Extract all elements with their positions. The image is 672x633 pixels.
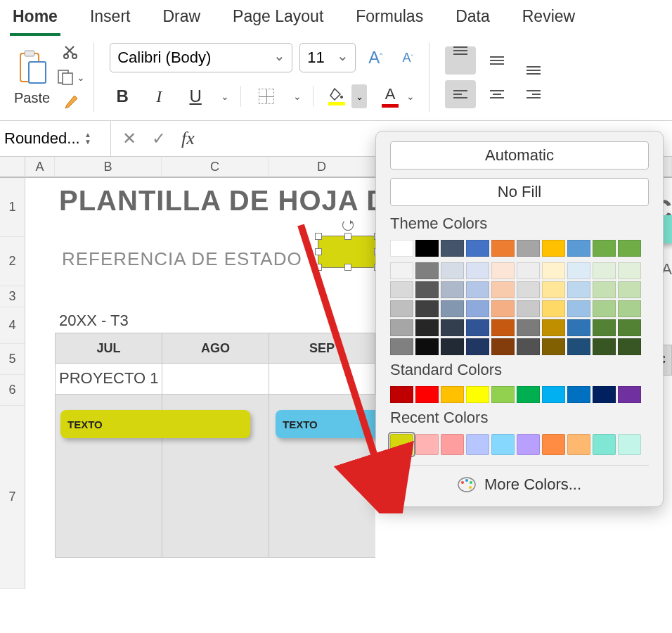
chevron-down-icon[interactable]: ⌄: [293, 91, 302, 102]
color-swatch[interactable]: [567, 386, 590, 403]
row-header[interactable]: 4: [0, 307, 25, 344]
color-swatch[interactable]: [466, 319, 489, 336]
color-swatch[interactable]: [542, 300, 565, 317]
color-swatch[interactable]: [517, 386, 540, 403]
color-swatch[interactable]: [466, 262, 489, 279]
color-swatch[interactable]: [491, 386, 515, 403]
copy-button[interactable]: ⌄: [57, 68, 85, 87]
color-swatch[interactable]: [390, 262, 413, 279]
color-swatch[interactable]: [415, 434, 439, 455]
name-box[interactable]: ▲▼: [0, 121, 111, 156]
color-swatch[interactable]: [618, 338, 641, 355]
resize-handle[interactable]: [315, 233, 322, 240]
tab-home[interactable]: Home: [10, 3, 60, 36]
color-swatch[interactable]: [390, 240, 413, 257]
font-color-button[interactable]: A: [378, 84, 402, 108]
color-swatch[interactable]: [441, 300, 464, 317]
automatic-color-button[interactable]: Automatic: [390, 141, 649, 170]
chevron-down-icon[interactable]: ⌄: [406, 91, 415, 102]
color-swatch[interactable]: [491, 240, 515, 257]
tab-review[interactable]: Review: [519, 3, 578, 36]
color-swatch[interactable]: [390, 338, 413, 355]
gantt-bar-1[interactable]: TEXTO: [60, 410, 250, 438]
color-swatch[interactable]: [542, 262, 565, 279]
name-box-input[interactable]: [4, 129, 82, 148]
color-swatch[interactable]: [593, 386, 616, 403]
paste-button[interactable]: Paste: [14, 49, 50, 106]
color-swatch[interactable]: [390, 300, 413, 317]
fill-color-dropdown[interactable]: ⌄: [351, 84, 367, 108]
cut-button[interactable]: [57, 43, 85, 61]
color-swatch[interactable]: [441, 319, 464, 336]
column-header[interactable]: C: [162, 157, 269, 177]
resize-handle[interactable]: [315, 264, 322, 271]
color-swatch[interactable]: [491, 262, 515, 279]
namebox-down[interactable]: ▼: [84, 139, 91, 146]
color-swatch[interactable]: [441, 262, 464, 279]
tab-page-layout[interactable]: Page Layout: [230, 3, 326, 36]
row-header[interactable]: 5: [0, 344, 25, 375]
column-header[interactable]: D: [269, 157, 375, 177]
color-swatch[interactable]: [618, 386, 641, 403]
color-swatch[interactable]: [567, 300, 590, 317]
color-swatch[interactable]: [441, 338, 464, 355]
color-swatch[interactable]: [567, 262, 590, 279]
color-swatch[interactable]: [415, 319, 439, 336]
color-swatch[interactable]: [390, 319, 413, 336]
color-swatch[interactable]: [466, 338, 489, 355]
selected-shape[interactable]: [318, 236, 378, 268]
underline-button[interactable]: U: [183, 84, 208, 109]
format-painter-button[interactable]: [57, 94, 85, 112]
accept-formula-button[interactable]: ✓: [152, 129, 166, 148]
fx-icon[interactable]: fx: [181, 128, 195, 149]
color-swatch[interactable]: [415, 338, 439, 355]
color-swatch[interactable]: [593, 281, 616, 298]
color-swatch[interactable]: [466, 240, 489, 257]
color-swatch[interactable]: [593, 434, 616, 455]
color-swatch[interactable]: [517, 319, 540, 336]
color-swatch[interactable]: [593, 319, 616, 336]
align-top-button[interactable]: [445, 46, 476, 75]
color-swatch[interactable]: [466, 434, 489, 455]
color-swatch[interactable]: [466, 281, 489, 298]
color-swatch[interactable]: [567, 240, 590, 257]
italic-button[interactable]: I: [146, 84, 172, 109]
color-swatch[interactable]: [567, 281, 590, 298]
color-swatch[interactable]: [542, 338, 565, 355]
color-swatch[interactable]: [618, 319, 641, 336]
increase-font-button[interactable]: Aˆ: [363, 45, 388, 70]
color-swatch[interactable]: [491, 434, 515, 455]
rotate-handle[interactable]: [342, 219, 354, 231]
color-swatch[interactable]: [517, 281, 540, 298]
color-swatch[interactable]: [618, 240, 641, 257]
color-swatch[interactable]: [390, 434, 413, 455]
resize-handle[interactable]: [344, 264, 351, 271]
color-swatch[interactable]: [491, 281, 515, 298]
select-all-corner[interactable]: [0, 157, 25, 178]
color-swatch[interactable]: [441, 434, 464, 455]
row-header[interactable]: 3: [0, 286, 25, 307]
align-left-button[interactable]: [445, 80, 476, 108]
align-bottom-button[interactable]: [518, 46, 549, 75]
color-swatch[interactable]: [567, 338, 590, 355]
color-swatch[interactable]: [618, 262, 641, 279]
color-swatch[interactable]: [542, 281, 565, 298]
color-swatch[interactable]: [517, 338, 540, 355]
color-swatch[interactable]: [415, 240, 439, 257]
tab-draw[interactable]: Draw: [160, 3, 203, 36]
color-swatch[interactable]: [517, 434, 540, 455]
color-swatch[interactable]: [542, 319, 565, 336]
color-swatch[interactable]: [415, 386, 439, 403]
color-swatch[interactable]: [567, 434, 590, 455]
color-swatch[interactable]: [415, 300, 439, 317]
row-header[interactable]: 1: [0, 178, 25, 237]
color-swatch[interactable]: [542, 434, 565, 455]
color-swatch[interactable]: [618, 434, 641, 455]
tab-formulas[interactable]: Formulas: [353, 3, 426, 36]
color-swatch[interactable]: [415, 281, 439, 298]
color-swatch[interactable]: [441, 281, 464, 298]
fill-color-button[interactable]: [325, 84, 349, 108]
color-swatch[interactable]: [517, 240, 540, 257]
chevron-down-icon[interactable]: ⌄: [221, 91, 229, 102]
resize-handle[interactable]: [344, 233, 351, 240]
